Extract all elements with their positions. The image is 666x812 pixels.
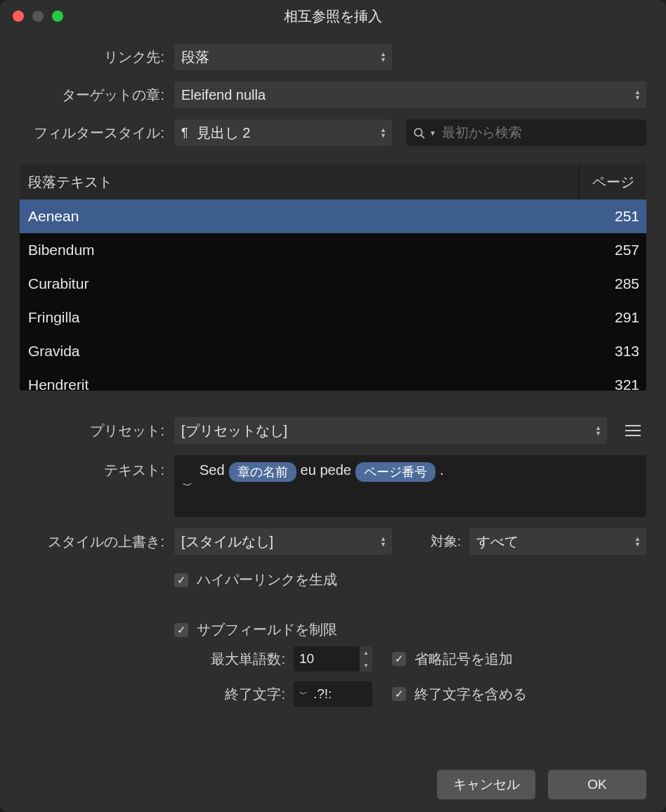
- style-override-select[interactable]: [スタイルなし] ▲▼: [174, 528, 392, 555]
- target-chapter-value: Eleifend nulla: [181, 87, 266, 103]
- max-words-input[interactable]: 10 ▲▼: [294, 646, 372, 672]
- filter-style-value: 見出し 2: [197, 124, 251, 143]
- table-row[interactable]: Curabitur285: [20, 267, 646, 301]
- filter-style-select[interactable]: ¶ 見出し 2 ▲▼: [174, 119, 392, 146]
- svg-line-1: [422, 135, 424, 138]
- max-words-value: 10: [299, 651, 314, 667]
- stepper-icon: ▲▼: [380, 51, 386, 63]
- stepper-icon[interactable]: ▲▼: [360, 646, 372, 672]
- titlebar: 相互参照を挿入: [0, 0, 666, 32]
- style-override-value: [スタイルなし]: [181, 532, 273, 551]
- window-title: 相互参照を挿入: [0, 7, 666, 26]
- stepper-icon: ▲▼: [380, 536, 386, 547]
- search-input[interactable]: [442, 125, 639, 140]
- hyperlink-label: ハイパーリンクを生成: [197, 570, 337, 589]
- chevron-down-icon[interactable]: ﹀: [299, 688, 308, 700]
- apply-to-select[interactable]: すべて ▲▼: [469, 528, 646, 555]
- term-chars-value: .?!:: [313, 686, 332, 702]
- row-text: Aenean: [20, 208, 579, 225]
- stepper-icon: ▲▼: [380, 127, 386, 138]
- disclosure-icon[interactable]: ﹀: [183, 480, 192, 492]
- stepper-icon: ▲▼: [595, 425, 601, 436]
- stepper-icon: ▲▼: [634, 536, 641, 547]
- row-page: 285: [579, 275, 646, 292]
- row-text: Curabitur: [20, 275, 579, 292]
- search-icon: [413, 127, 425, 139]
- filter-style-label: フィルタースタイル:: [20, 124, 174, 143]
- add-ellipsis-label: 省略記号を追加: [414, 650, 513, 669]
- ok-button[interactable]: OK: [548, 770, 646, 799]
- text-part: .: [440, 462, 444, 478]
- limit-subfields-checkbox[interactable]: ✓: [174, 623, 188, 637]
- preset-label: プリセット:: [20, 421, 174, 440]
- include-term-label: 終了文字を含める: [414, 685, 527, 704]
- row-page: 291: [579, 309, 646, 326]
- text-part: eu pede: [301, 462, 351, 478]
- column-header-text[interactable]: 段落テキスト: [20, 173, 579, 192]
- row-text: Fringilla: [20, 309, 579, 326]
- stepper-icon: ▲▼: [634, 89, 641, 100]
- link-to-value: 段落: [181, 48, 209, 67]
- table-row[interactable]: Aenean251: [20, 199, 646, 233]
- text-format-field[interactable]: ﹀ Sed 章の名前 eu pede ページ番号 .: [174, 455, 646, 517]
- table-row[interactable]: Fringilla291: [20, 301, 646, 334]
- preset-select[interactable]: [プリセットなし] ▲▼: [174, 417, 607, 444]
- link-to-select[interactable]: 段落 ▲▼: [174, 44, 392, 70]
- include-term-checkbox[interactable]: ✓: [392, 687, 406, 701]
- paragraph-table: 段落テキスト ページ Aenean251Bibendum257Curabitur…: [20, 164, 646, 391]
- target-chapter-label: ターゲットの章:: [20, 86, 174, 105]
- target-chapter-select[interactable]: Eleifend nulla ▲▼: [174, 81, 646, 108]
- preset-menu-button[interactable]: [620, 417, 646, 444]
- text-part: Sed: [200, 462, 225, 478]
- row-page: 321: [579, 376, 646, 391]
- column-header-page[interactable]: ページ: [579, 164, 646, 199]
- limit-subfields-label: サブフィールドを制限: [197, 620, 337, 639]
- row-page: 257: [579, 242, 646, 258]
- style-override-label: スタイルの上書き:: [20, 532, 174, 551]
- table-row[interactable]: Bibendum257: [20, 233, 646, 267]
- row-text: Bibendum: [20, 242, 579, 258]
- page-number-token[interactable]: ページ番号: [355, 462, 436, 482]
- preset-value: [プリセットなし]: [181, 421, 287, 440]
- search-field[interactable]: ▼: [406, 119, 646, 146]
- apply-to-value: すべて: [476, 532, 518, 551]
- row-text: Gravida: [20, 343, 579, 360]
- row-page: 251: [579, 208, 646, 225]
- svg-point-0: [414, 129, 422, 136]
- max-words-label: 最大単語数:: [174, 650, 294, 669]
- link-to-label: リンク先:: [20, 48, 174, 67]
- text-label: テキスト:: [20, 455, 174, 480]
- term-chars-input[interactable]: ﹀ .?!:: [294, 681, 372, 707]
- add-ellipsis-checkbox[interactable]: ✓: [392, 652, 406, 666]
- chevron-down-icon: ▼: [429, 129, 436, 137]
- paragraph-icon: ¶: [181, 126, 188, 140]
- term-chars-label: 終了文字:: [174, 685, 294, 704]
- hyperlink-checkbox[interactable]: ✓: [174, 573, 188, 587]
- row-text: Hendrerit: [20, 376, 579, 391]
- table-row[interactable]: Gravida313: [20, 334, 646, 368]
- table-row[interactable]: Hendrerit321: [20, 368, 646, 391]
- apply-to-label: 対象:: [392, 532, 469, 551]
- chapter-name-token[interactable]: 章の名前: [229, 462, 296, 482]
- row-page: 313: [579, 343, 646, 360]
- cancel-button[interactable]: キャンセル: [437, 770, 535, 799]
